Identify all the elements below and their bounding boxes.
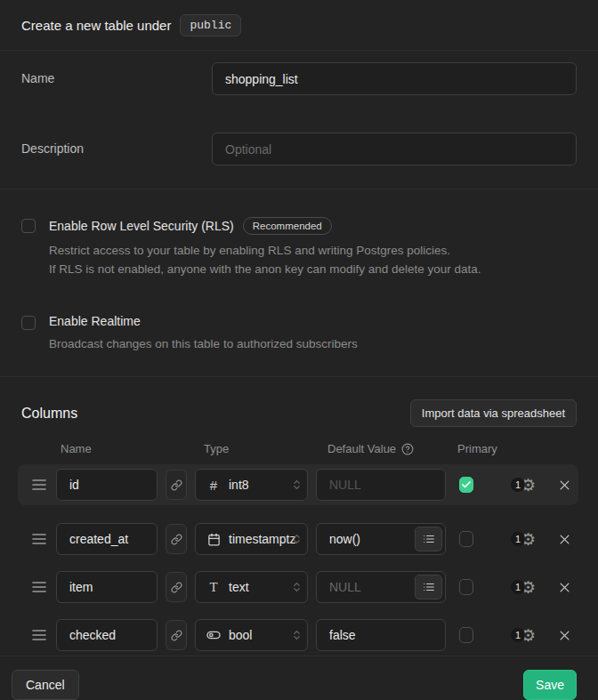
column-type-select[interactable]: bool: [195, 619, 308, 651]
column-name-input[interactable]: [56, 523, 158, 555]
dialog-header: Create a new table under public: [0, 0, 598, 51]
column-name-input[interactable]: [56, 571, 158, 603]
drag-handle-icon[interactable]: [30, 582, 48, 592]
column-settings-button[interactable]: 1 ⚙: [501, 531, 545, 548]
calendar-icon: [206, 533, 222, 546]
primary-checkbox[interactable]: [459, 579, 473, 595]
columns-table-header: Name Type Default Value Primary: [18, 442, 578, 455]
primary-checkbox[interactable]: [459, 627, 473, 643]
column-row-checked: bool 1 ⚙: [18, 615, 578, 656]
chevron-up-down-icon: [291, 534, 303, 545]
primary-checkbox[interactable]: [459, 531, 473, 547]
close-icon: [558, 533, 571, 546]
realtime-toggle-block: Enable Realtime Broadcast changes on thi…: [21, 314, 577, 353]
drag-handle-icon[interactable]: [30, 630, 48, 640]
link-icon: [171, 630, 182, 641]
rls-label: Enable Row Level Security (RLS): [49, 219, 234, 233]
column-type-label: text: [229, 580, 249, 594]
close-icon: [558, 479, 571, 492]
delete-column-button[interactable]: [554, 533, 575, 546]
rls-description-line2: If RLS is not enabled, anyone with the a…: [49, 260, 481, 278]
recommended-badge: Recommended: [243, 217, 332, 235]
close-icon: [558, 581, 571, 594]
rls-checkbox[interactable]: [21, 219, 36, 233]
settings-count-badge: 1: [511, 628, 525, 642]
table-description-input[interactable]: [212, 133, 577, 165]
column-type-select[interactable]: timestamptz: [195, 523, 308, 555]
list-icon: [423, 533, 435, 545]
column-name-input[interactable]: [56, 469, 158, 501]
column-settings-button[interactable]: 1 ⚙: [501, 579, 545, 596]
delete-column-button[interactable]: [554, 479, 575, 492]
drag-handle-icon[interactable]: [30, 479, 48, 490]
rls-description: Restrict access to your table by enablin…: [49, 241, 481, 278]
schema-badge: public: [180, 14, 241, 36]
chevron-up-down-icon: [291, 582, 303, 593]
column-row-item: T text 1 ⚙: [18, 567, 578, 607]
foreign-key-link-button[interactable]: [166, 470, 187, 500]
chevron-up-down-icon: [291, 479, 303, 491]
column-type-select[interactable]: # int8: [195, 469, 308, 501]
realtime-description: Broadcast changes on this table to autho…: [49, 334, 358, 353]
default-value-picker-button[interactable]: [415, 527, 442, 551]
column-type-label: bool: [229, 628, 252, 642]
foreign-key-link-button[interactable]: [166, 620, 187, 650]
save-button[interactable]: Save: [523, 670, 577, 700]
foreign-key-link-button[interactable]: [166, 524, 187, 554]
column-row-id: # int8 1 ⚙: [18, 464, 578, 505]
columns-section: Columns Import data via spreadsheet Name…: [0, 377, 598, 656]
foreign-key-link-button[interactable]: [166, 572, 187, 602]
settings-count-badge: 1: [511, 478, 525, 492]
table-options-section: Enable Row Level Security (RLS) Recommen…: [0, 189, 598, 377]
column-name-input[interactable]: [56, 619, 158, 651]
cancel-button[interactable]: Cancel: [12, 670, 79, 700]
column-type-label: int8: [229, 478, 249, 492]
link-icon: [171, 582, 182, 593]
settings-count-badge: 1: [511, 580, 525, 594]
help-circle-icon[interactable]: [401, 443, 414, 455]
delete-column-button[interactable]: [554, 581, 575, 594]
column-row-created-at: timestamptz 1 ⚙: [18, 519, 578, 559]
rls-description-line1: Restrict access to your table by enablin…: [49, 241, 481, 260]
name-label: Name: [21, 62, 212, 85]
table-name-input[interactable]: [212, 62, 577, 95]
settings-count-badge: 1: [511, 532, 525, 546]
dialog-footer: Cancel Save: [0, 656, 598, 700]
column-type-select[interactable]: T text: [195, 571, 308, 603]
header-default-value-label: Default Value: [327, 442, 396, 455]
default-value-input[interactable]: [316, 619, 446, 651]
link-icon: [171, 479, 182, 491]
header-primary: Primary: [454, 442, 493, 455]
link-icon: [171, 534, 182, 545]
check-icon: [461, 479, 472, 490]
column-settings-button[interactable]: 1 ⚙: [501, 477, 545, 494]
default-value-input[interactable]: [316, 469, 446, 501]
close-icon: [558, 629, 571, 642]
rls-toggle-block: Enable Row Level Security (RLS) Recommen…: [21, 217, 577, 278]
dialog-title: Create a new table under: [21, 18, 171, 33]
columns-title: Columns: [21, 406, 77, 422]
realtime-label: Enable Realtime: [49, 314, 141, 328]
realtime-checkbox[interactable]: [21, 316, 36, 330]
drag-handle-icon[interactable]: [30, 534, 48, 544]
text-type-icon: T: [206, 580, 222, 595]
header-name: Name: [56, 442, 158, 455]
hash-icon: #: [206, 478, 222, 493]
list-icon: [423, 581, 435, 593]
header-type: Type: [195, 442, 308, 455]
toggle-icon: [206, 628, 222, 642]
chevron-up-down-icon: [291, 630, 303, 641]
header-default-value: Default Value: [316, 442, 446, 455]
create-table-dialog: Create a new table under public Name Des…: [0, 0, 598, 700]
delete-column-button[interactable]: [554, 629, 575, 642]
column-type-label: timestamptz: [229, 532, 295, 546]
import-spreadsheet-button[interactable]: Import data via spreadsheet: [410, 399, 577, 427]
primary-checkbox[interactable]: [459, 477, 473, 493]
default-value-picker-button[interactable]: [415, 575, 442, 599]
table-info-section: Name Description: [0, 51, 598, 189]
column-settings-button[interactable]: 1 ⚙: [501, 627, 545, 644]
description-label: Description: [21, 133, 212, 156]
